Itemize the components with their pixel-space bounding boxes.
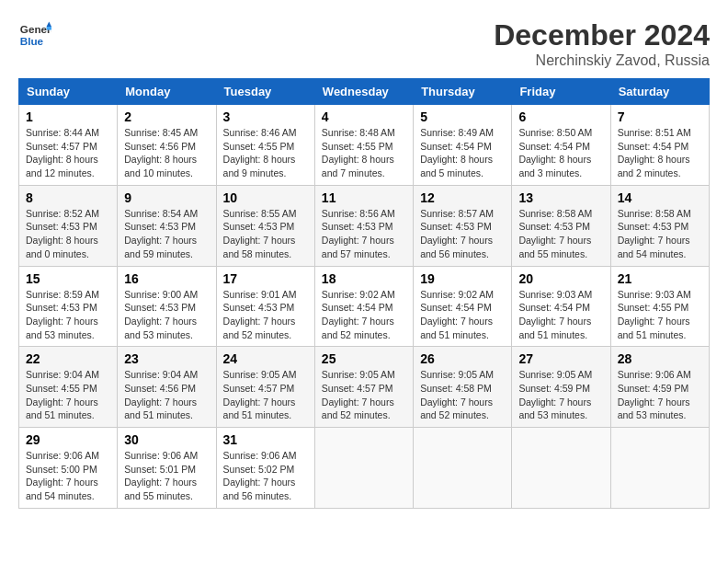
calendar-cell: 16Sunrise: 9:00 AMSunset: 4:53 PMDayligh…: [118, 266, 216, 347]
calendar-cell: 14Sunrise: 8:58 AMSunset: 4:53 PMDayligh…: [610, 185, 709, 266]
day-info: Sunrise: 9:02 AMSunset: 4:54 PMDaylight:…: [420, 288, 505, 342]
svg-text:Blue: Blue: [20, 35, 44, 47]
calendar-cell: 3Sunrise: 8:46 AMSunset: 4:55 PMDaylight…: [216, 105, 314, 186]
page-header: General Blue December 2024 Nerchinskiy Z…: [18, 18, 710, 69]
day-number: 3: [223, 109, 308, 124]
day-info: Sunrise: 9:06 AMSunset: 5:02 PMDaylight:…: [223, 449, 308, 503]
day-info: Sunrise: 9:05 AMSunset: 4:57 PMDaylight:…: [322, 368, 406, 422]
day-info: Sunrise: 8:49 AMSunset: 4:54 PMDaylight:…: [420, 126, 505, 180]
title-block: December 2024 Nerchinskiy Zavod, Russia: [494, 18, 710, 69]
day-number: 29: [26, 432, 110, 447]
day-number: 11: [322, 190, 406, 205]
main-title: December 2024: [494, 18, 710, 52]
day-info: Sunrise: 8:56 AMSunset: 4:53 PMDaylight:…: [322, 207, 406, 261]
calendar-cell: 15Sunrise: 8:59 AMSunset: 4:53 PMDayligh…: [19, 266, 118, 347]
calendar-cell: 25Sunrise: 9:05 AMSunset: 4:57 PMDayligh…: [314, 347, 413, 428]
day-info: Sunrise: 8:45 AMSunset: 4:56 PMDaylight:…: [124, 126, 209, 180]
day-number: 24: [223, 351, 308, 366]
day-info: Sunrise: 9:01 AMSunset: 4:53 PMDaylight:…: [223, 288, 308, 342]
calendar-cell: 29Sunrise: 9:06 AMSunset: 5:00 PMDayligh…: [19, 428, 118, 509]
day-info: Sunrise: 8:50 AMSunset: 4:54 PMDaylight:…: [518, 126, 603, 180]
day-number: 12: [420, 190, 505, 205]
header-monday: Monday: [118, 79, 216, 105]
day-info: Sunrise: 8:58 AMSunset: 4:53 PMDaylight:…: [618, 207, 702, 261]
day-number: 18: [322, 271, 406, 286]
day-number: 13: [518, 190, 603, 205]
subtitle: Nerchinskiy Zavod, Russia: [494, 52, 710, 69]
header-thursday: Thursday: [414, 79, 512, 105]
day-number: 28: [618, 351, 702, 366]
header-tuesday: Tuesday: [216, 79, 314, 105]
day-info: Sunrise: 8:58 AMSunset: 4:53 PMDaylight:…: [518, 207, 603, 261]
day-info: Sunrise: 8:48 AMSunset: 4:55 PMDaylight:…: [322, 126, 406, 180]
day-info: Sunrise: 9:02 AMSunset: 4:54 PMDaylight:…: [322, 288, 406, 342]
svg-marker-3: [47, 27, 51, 30]
day-number: 31: [223, 432, 308, 447]
calendar-cell: 9Sunrise: 8:54 AMSunset: 4:53 PMDaylight…: [118, 185, 216, 266]
day-info: Sunrise: 9:06 AMSunset: 5:00 PMDaylight:…: [26, 449, 110, 503]
day-info: Sunrise: 9:06 AMSunset: 5:01 PMDaylight:…: [124, 449, 209, 503]
logo: General Blue: [18, 18, 51, 52]
calendar-cell: 19Sunrise: 9:02 AMSunset: 4:54 PMDayligh…: [414, 266, 512, 347]
calendar-cell: 24Sunrise: 9:05 AMSunset: 4:57 PMDayligh…: [216, 347, 314, 428]
header-wednesday: Wednesday: [314, 79, 413, 105]
calendar-cell: 28Sunrise: 9:06 AMSunset: 4:59 PMDayligh…: [610, 347, 709, 428]
calendar-cell: 6Sunrise: 8:50 AMSunset: 4:54 PMDaylight…: [512, 105, 610, 186]
calendar-cell: [414, 428, 512, 509]
day-number: 7: [618, 109, 702, 124]
calendar-cell: 22Sunrise: 9:04 AMSunset: 4:55 PMDayligh…: [19, 347, 118, 428]
calendar-cell: 20Sunrise: 9:03 AMSunset: 4:54 PMDayligh…: [512, 266, 610, 347]
day-info: Sunrise: 8:51 AMSunset: 4:54 PMDaylight:…: [618, 126, 702, 180]
calendar-header-row: SundayMondayTuesdayWednesdayThursdayFrid…: [19, 79, 710, 105]
day-number: 25: [322, 351, 406, 366]
day-info: Sunrise: 8:46 AMSunset: 4:55 PMDaylight:…: [223, 126, 308, 180]
calendar-cell: 10Sunrise: 8:55 AMSunset: 4:53 PMDayligh…: [216, 185, 314, 266]
day-info: Sunrise: 8:55 AMSunset: 4:53 PMDaylight:…: [223, 207, 308, 261]
day-number: 15: [26, 271, 110, 286]
day-info: Sunrise: 9:03 AMSunset: 4:55 PMDaylight:…: [618, 288, 702, 342]
day-info: Sunrise: 8:44 AMSunset: 4:57 PMDaylight:…: [26, 126, 110, 180]
header-saturday: Saturday: [610, 79, 709, 105]
calendar-cell: 21Sunrise: 9:03 AMSunset: 4:55 PMDayligh…: [610, 266, 709, 347]
day-number: 16: [124, 271, 209, 286]
calendar-cell: 5Sunrise: 8:49 AMSunset: 4:54 PMDaylight…: [414, 105, 512, 186]
day-number: 20: [518, 271, 603, 286]
day-number: 23: [124, 351, 209, 366]
calendar-cell: 26Sunrise: 9:05 AMSunset: 4:58 PMDayligh…: [414, 347, 512, 428]
day-number: 1: [26, 109, 110, 124]
calendar-week-2: 8Sunrise: 8:52 AMSunset: 4:53 PMDaylight…: [19, 185, 710, 266]
day-number: 21: [618, 271, 702, 286]
calendar-body: 1Sunrise: 8:44 AMSunset: 4:57 PMDaylight…: [19, 105, 710, 509]
calendar-cell: 1Sunrise: 8:44 AMSunset: 4:57 PMDaylight…: [19, 105, 118, 186]
day-info: Sunrise: 8:59 AMSunset: 4:53 PMDaylight:…: [26, 288, 110, 342]
calendar-week-5: 29Sunrise: 9:06 AMSunset: 5:00 PMDayligh…: [19, 428, 710, 509]
day-info: Sunrise: 9:00 AMSunset: 4:53 PMDaylight:…: [124, 288, 209, 342]
day-info: Sunrise: 9:05 AMSunset: 4:58 PMDaylight:…: [420, 368, 505, 422]
day-info: Sunrise: 9:05 AMSunset: 4:57 PMDaylight:…: [223, 368, 308, 422]
calendar-cell: [610, 428, 709, 509]
day-info: Sunrise: 9:05 AMSunset: 4:59 PMDaylight:…: [518, 368, 603, 422]
calendar-cell: 17Sunrise: 9:01 AMSunset: 4:53 PMDayligh…: [216, 266, 314, 347]
day-info: Sunrise: 8:57 AMSunset: 4:53 PMDaylight:…: [420, 207, 505, 261]
day-number: 26: [420, 351, 505, 366]
calendar-cell: 8Sunrise: 8:52 AMSunset: 4:53 PMDaylight…: [19, 185, 118, 266]
calendar-cell: 2Sunrise: 8:45 AMSunset: 4:56 PMDaylight…: [118, 105, 216, 186]
day-number: 27: [518, 351, 603, 366]
day-number: 4: [322, 109, 406, 124]
header-sunday: Sunday: [19, 79, 118, 105]
day-info: Sunrise: 9:04 AMSunset: 4:55 PMDaylight:…: [26, 368, 110, 422]
day-number: 19: [420, 271, 505, 286]
logo-icon: General Blue: [18, 18, 51, 52]
header-friday: Friday: [512, 79, 610, 105]
calendar-week-1: 1Sunrise: 8:44 AMSunset: 4:57 PMDaylight…: [19, 105, 710, 186]
day-number: 30: [124, 432, 209, 447]
day-number: 5: [420, 109, 505, 124]
day-number: 10: [223, 190, 308, 205]
calendar-cell: 11Sunrise: 8:56 AMSunset: 4:53 PMDayligh…: [314, 185, 413, 266]
day-info: Sunrise: 9:06 AMSunset: 4:59 PMDaylight:…: [618, 368, 702, 422]
calendar-cell: [314, 428, 413, 509]
calendar-cell: 18Sunrise: 9:02 AMSunset: 4:54 PMDayligh…: [314, 266, 413, 347]
day-number: 9: [124, 190, 209, 205]
calendar-week-3: 15Sunrise: 8:59 AMSunset: 4:53 PMDayligh…: [19, 266, 710, 347]
day-number: 8: [26, 190, 110, 205]
